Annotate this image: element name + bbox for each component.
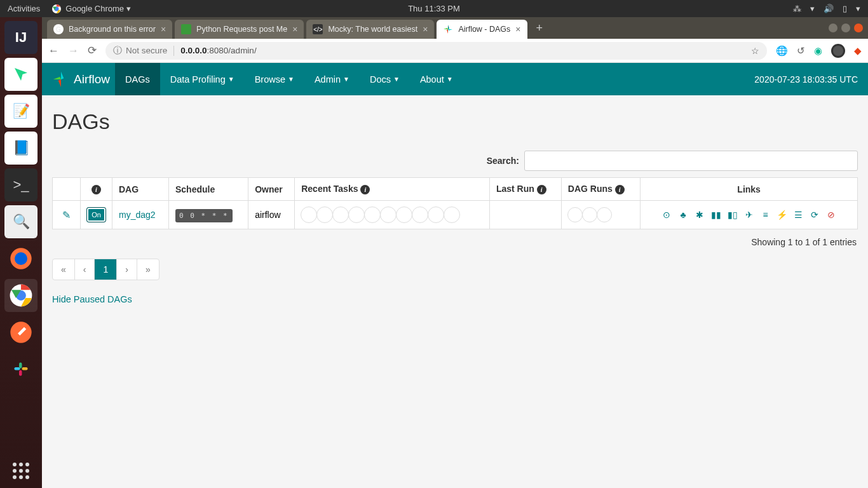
chevron-down-icon: ▼ [288, 76, 294, 83]
close-icon[interactable]: × [423, 24, 428, 34]
info-icon[interactable]: i [92, 185, 101, 194]
dock-app-libreoffice[interactable]: 📘 [4, 132, 37, 165]
extensions: 🌐 ↺ ◉ ◆ [776, 44, 862, 58]
dag-runs-circles [568, 207, 634, 222]
activities-button[interactable]: Activities [8, 4, 40, 13]
graph-icon[interactable]: ✱ [695, 210, 705, 220]
battery-icon[interactable]: ▯ [843, 4, 847, 13]
search-input[interactable] [524, 151, 858, 171]
close-window-button[interactable] [854, 24, 863, 32]
nav-data-profiling[interactable]: Data Profiling▼ [160, 63, 245, 95]
delete-icon[interactable]: ⊘ [826, 210, 836, 220]
duration-icon[interactable]: ▮▮ [711, 210, 721, 220]
extension-icon[interactable]: ◆ [854, 45, 862, 57]
table-footer: Showing 1 to 1 of 1 entries [52, 237, 857, 247]
browser-tab[interactable]: GBackground on this error× [47, 20, 172, 39]
info-icon: ⓘ [113, 45, 122, 57]
volume-icon[interactable]: 🔊 [824, 4, 834, 13]
landing-icon[interactable]: ✈ [744, 210, 754, 220]
clock[interactable]: Thu 11:33 PM [408, 4, 460, 13]
dag-link[interactable]: my_dag2 [119, 210, 156, 220]
info-icon[interactable]: i [360, 185, 370, 194]
page-next[interactable]: › [117, 259, 137, 280]
table-row: ✎ On my_dag2 0 0 * * * airflow ⊙ ♣ ✱ ▮▮ … [53, 201, 858, 229]
dock-app-slack[interactable] [4, 353, 37, 386]
dock-app-terminal[interactable]: >_ [4, 168, 37, 201]
new-tab-button[interactable]: + [530, 22, 550, 35]
airflow-brand[interactable]: Airflow [47, 71, 115, 88]
bookmark-icon[interactable]: ☆ [751, 46, 759, 56]
tries-icon[interactable]: ▮▯ [728, 210, 738, 220]
close-icon[interactable]: × [292, 24, 297, 34]
dock-app-intellij[interactable]: IJ [4, 21, 37, 54]
close-icon[interactable]: × [161, 24, 166, 34]
col-schedule[interactable]: Schedule [168, 178, 248, 201]
refresh-icon[interactable]: ⟳ [810, 210, 820, 220]
nav-about[interactable]: About▼ [410, 63, 463, 95]
links-cell: ⊙ ♣ ✱ ▮▮ ▮▯ ✈ ≡ ⚡ ☰ ⟳ ⊘ [641, 201, 858, 229]
pagination: « ‹ 1 › » [52, 259, 159, 280]
profile-avatar[interactable] [831, 44, 845, 58]
tree-icon[interactable]: ♣ [678, 210, 688, 220]
browser-tab-active[interactable]: Airflow - DAGs× [437, 20, 527, 39]
edit-icon[interactable]: ✎ [62, 210, 71, 220]
col-dag[interactable]: DAG [112, 178, 169, 201]
google-favicon: G [53, 24, 64, 34]
recent-tasks-circles [301, 207, 483, 223]
dock-app-pycharm[interactable] [4, 58, 37, 91]
security-indicator[interactable]: ⓘNot secure [113, 45, 167, 57]
page-last[interactable]: » [137, 259, 159, 280]
hide-paused-link[interactable]: Hide Paused DAGs [52, 294, 132, 304]
run-icon[interactable]: ⚡ [776, 210, 787, 220]
logs-icon[interactable]: ☰ [793, 210, 803, 220]
minimize-button[interactable] [829, 24, 837, 32]
dock-app-texteditor[interactable]: 📝 [4, 95, 37, 128]
page-current[interactable]: 1 [95, 259, 117, 280]
extension-icon[interactable]: 🌐 [776, 45, 788, 57]
browser-tab[interactable]: </>Mocky: The world easiest× [306, 20, 434, 39]
trigger-icon[interactable]: ⊙ [661, 210, 672, 220]
airflow-navbar: Airflow DAGs Data Profiling▼ Browse▼ Adm… [42, 63, 868, 95]
dag-toggle[interactable]: On [87, 208, 105, 222]
address-bar[interactable]: ⓘNot secure 0.0.0.0:8080/admin/ ☆ [105, 42, 767, 60]
forward-button[interactable]: → [68, 44, 79, 57]
active-app-menu[interactable]: Google Chrome ▾ [51, 4, 130, 14]
indicator-icon[interactable]: ⁂ [793, 4, 801, 13]
nav-dags[interactable]: DAGs [115, 63, 160, 95]
page-prev[interactable]: ‹ [75, 259, 95, 280]
col-recent-tasks: Recent Tasks i [295, 178, 490, 201]
col-owner[interactable]: Owner [248, 178, 295, 201]
chevron-down-icon: ▼ [447, 76, 453, 83]
dock-app-postman[interactable] [4, 316, 37, 349]
system-tray[interactable]: ⁂ ▾ 🔊 ▯ ▾ [793, 4, 860, 13]
dock-app-firefox[interactable] [4, 242, 37, 275]
show-applications[interactable] [13, 463, 29, 479]
tab-strip: GBackground on this error× Python Reques… [42, 17, 868, 39]
info-icon[interactable]: i [615, 185, 625, 194]
close-icon[interactable]: × [515, 24, 520, 34]
nav-browse[interactable]: Browse▼ [245, 63, 304, 95]
page-title: DAGs [52, 109, 858, 134]
airflow-logo-icon [52, 71, 70, 88]
nav-admin[interactable]: Admin▼ [304, 63, 360, 95]
extension-icon[interactable]: ◉ [814, 45, 822, 57]
page-content: DAGs Search: i DAG Schedule Owner Recent… [42, 95, 868, 488]
page-first[interactable]: « [53, 259, 75, 280]
window-controls [824, 24, 868, 32]
dock-app-logs[interactable]: 🔍 [4, 205, 37, 238]
network-icon[interactable]: ▾ [810, 4, 815, 13]
gantt-icon[interactable]: ≡ [761, 210, 771, 220]
dock: IJ 📝 📘 >_ 🔍 [0, 17, 42, 488]
power-icon[interactable]: ▾ [856, 4, 860, 13]
schedule-badge[interactable]: 0 0 * * * [175, 209, 233, 222]
info-icon[interactable]: i [537, 185, 546, 194]
maximize-button[interactable] [841, 24, 850, 32]
dags-table: i DAG Schedule Owner Recent Tasks i Last… [52, 177, 858, 229]
nav-docs[interactable]: Docs▼ [360, 63, 410, 95]
browser-tab[interactable]: Python Requests post Me× [175, 20, 304, 39]
extension-icon[interactable]: ↺ [797, 45, 805, 57]
reload-button[interactable]: ⟳ [88, 44, 97, 57]
search-label: Search: [487, 156, 519, 166]
back-button[interactable]: ← [48, 44, 59, 57]
dock-app-chrome[interactable] [4, 279, 37, 312]
